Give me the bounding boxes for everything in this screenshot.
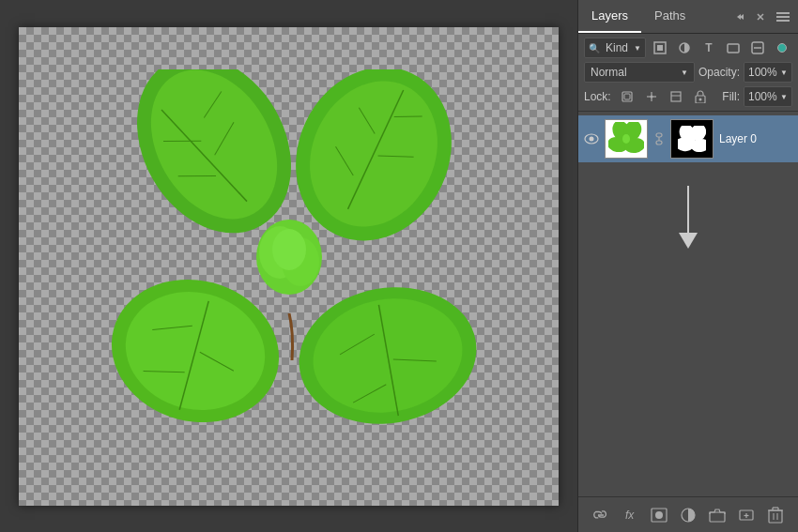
svg-point-51 (698, 99, 701, 101)
svg-point-47 (650, 96, 652, 99)
svg-marker-70 (679, 233, 698, 249)
svg-rect-60 (656, 133, 662, 137)
group-icon (709, 508, 726, 523)
new-layer-button[interactable] (736, 505, 757, 525)
lock-pixels-button[interactable] (617, 86, 637, 107)
lock-fill-row: Lock: (584, 86, 792, 107)
delete-icon (768, 507, 783, 524)
lock-all-button[interactable] (690, 86, 711, 107)
lock-artboard-button[interactable] (666, 86, 686, 107)
kind-chevron: ▼ (634, 44, 641, 53)
svg-rect-79 (769, 510, 782, 523)
tab-paths[interactable]: Paths (641, 0, 698, 33)
canvas-content (19, 27, 559, 506)
kind-select[interactable]: 🔍 Kind ▼ (584, 38, 646, 58)
svg-rect-40 (728, 44, 739, 53)
tab-layers[interactable]: Layers (578, 0, 641, 33)
lock-position-icon (645, 90, 658, 103)
lock-artboard-icon (669, 90, 683, 103)
hamburger-icon (776, 11, 790, 23)
kind-row: 🔍 Kind ▼ T (584, 38, 792, 58)
svg-point-73 (655, 511, 663, 519)
lock-all-icon (695, 90, 706, 103)
svg-rect-34 (776, 12, 790, 14)
layer-list: Layer 0 (578, 112, 798, 496)
filter-type-icon[interactable]: T (698, 38, 719, 58)
mask-icon (651, 508, 668, 523)
lock-position-button[interactable] (641, 86, 662, 107)
fill-input[interactable]: 100% ▼ (744, 86, 792, 107)
blend-mode-chevron: ▼ (681, 68, 688, 77)
svg-rect-48 (671, 92, 681, 101)
panel-header: Layers Paths (578, 0, 798, 34)
add-adjustment-button[interactable] (678, 505, 698, 525)
app-container: Layers Paths (0, 0, 798, 532)
canvas-wrapper (19, 27, 559, 506)
layer-item[interactable]: Layer 0 (578, 115, 798, 162)
smart-filter-icon (750, 40, 765, 55)
panel-menu-button[interactable] (772, 6, 794, 28)
fill-chevron: ▼ (780, 93, 788, 101)
filter-smart-icon[interactable] (747, 38, 768, 58)
link-icon (592, 509, 609, 522)
svg-rect-38 (657, 45, 663, 51)
svg-point-68 (688, 134, 696, 144)
panel-close-button[interactable] (751, 8, 770, 26)
canvas-area (0, 0, 577, 532)
panel-tabs: Layers Paths (578, 0, 730, 33)
layer-mask-thumbnail (670, 119, 714, 159)
adjustment-icon (680, 508, 697, 523)
opacity-chevron: ▼ (780, 68, 788, 77)
layer-thumb-image (608, 122, 644, 156)
svg-rect-44 (624, 94, 630, 99)
opacity-input[interactable]: 100% ▼ (744, 62, 792, 83)
fx-label: fx (625, 509, 634, 522)
new-layer-icon (738, 508, 755, 523)
leaf-image (64, 69, 514, 464)
layer-visibility-toggle[interactable] (584, 131, 599, 146)
close-icon (756, 12, 765, 22)
svg-rect-75 (710, 512, 725, 522)
filter-shape-icon[interactable] (723, 38, 744, 58)
shape-filter-icon (726, 40, 741, 55)
layers-panel: Layers Paths (577, 0, 798, 532)
add-fx-button[interactable]: fx (620, 505, 640, 525)
lock-label: Lock: (584, 90, 611, 103)
panel-collapse-button[interactable] (730, 8, 749, 26)
layer-name-label: Layer 0 (719, 132, 792, 145)
drag-arrow-icon (674, 181, 702, 256)
drag-arrow-area (578, 162, 798, 275)
add-group-button[interactable] (707, 505, 728, 525)
filter-pixel-icon[interactable] (650, 38, 670, 58)
blend-opacity-row: Normal ▼ Opacity: 100% ▼ (584, 62, 792, 83)
svg-rect-36 (776, 20, 790, 22)
opacity-label: Opacity: (698, 66, 740, 79)
adjust-filter-icon (677, 40, 692, 55)
mask-thumb-image (678, 126, 706, 152)
svg-rect-61 (656, 141, 662, 144)
double-arrow-icon (735, 12, 744, 22)
eye-icon (584, 133, 599, 144)
add-mask-button[interactable] (649, 505, 669, 525)
pixel-filter-icon (652, 40, 668, 55)
fill-label: Fill: (722, 90, 740, 103)
delete-layer-button[interactable] (765, 505, 786, 525)
filter-dot-icon (777, 43, 787, 53)
filter-adjust-icon[interactable] (674, 38, 695, 58)
blend-mode-select[interactable]: Normal ▼ (584, 62, 695, 83)
layer-thumbnail (605, 119, 648, 159)
layer-link-icon[interactable] (653, 132, 665, 145)
filter-toggle-icon[interactable] (772, 38, 792, 58)
svg-point-53 (590, 137, 594, 142)
svg-point-29 (272, 229, 306, 270)
chain-link-icon (654, 132, 664, 145)
panel-toolbar: 🔍 Kind ▼ T (578, 34, 798, 112)
svg-point-59 (622, 134, 630, 144)
layers-bottom-toolbar: fx (578, 496, 798, 532)
link-layers-button[interactable] (591, 505, 611, 525)
lock-pixels-icon (621, 90, 634, 103)
svg-rect-35 (776, 16, 790, 18)
